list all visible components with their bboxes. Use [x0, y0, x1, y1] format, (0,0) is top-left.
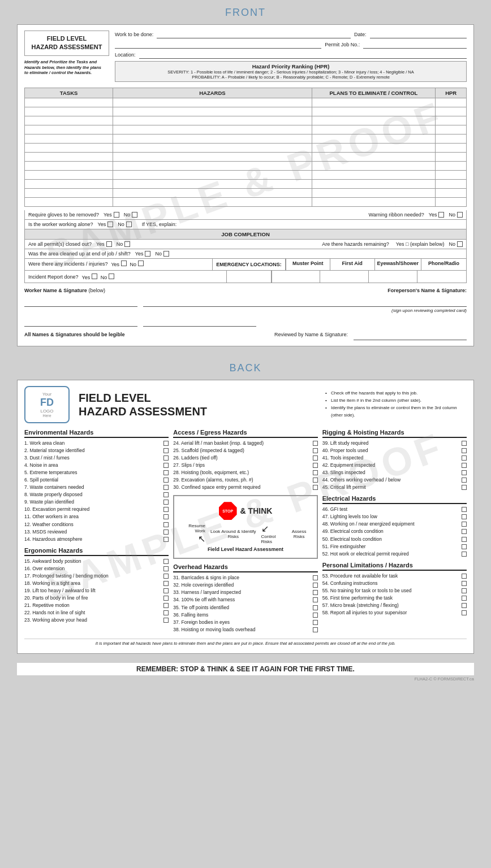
erg-cb-2[interactable]	[163, 566, 169, 571]
ovh-cb-3[interactable]	[313, 590, 318, 595]
gloves-no-cb[interactable]	[132, 212, 137, 218]
acc-cb-5[interactable]	[313, 470, 318, 475]
env-cb-8[interactable]	[163, 492, 169, 497]
erg-cb-3[interactable]	[163, 574, 169, 579]
hazards-no[interactable]: No	[449, 241, 463, 247]
alone-yes[interactable]: Yes	[98, 222, 114, 227]
area-yes-cb[interactable]	[145, 251, 150, 257]
ovh-cb-4[interactable]	[313, 597, 318, 602]
warning-yes[interactable]: Yes	[429, 212, 445, 218]
worker-sig-line-2[interactable]	[24, 315, 137, 327]
env-cb-10[interactable]	[163, 507, 169, 512]
env-cb-5[interactable]	[163, 470, 169, 475]
foreman-sig-line[interactable]	[143, 296, 467, 307]
elec-cb-4[interactable]	[462, 529, 467, 534]
per-cb-6[interactable]	[462, 610, 467, 615]
permit-field[interactable]	[363, 41, 467, 49]
ovh-cb-8[interactable]	[313, 627, 318, 632]
work-field2[interactable]	[115, 41, 321, 49]
hazards-no-cb[interactable]	[457, 241, 463, 247]
ir-yes-cb[interactable]	[92, 274, 97, 279]
env-cb-2[interactable]	[163, 448, 169, 453]
date-field[interactable]	[370, 31, 467, 38]
elec-cb-1[interactable]	[462, 507, 467, 512]
env-cb-13[interactable]	[163, 530, 169, 535]
first-aid-value[interactable]	[320, 271, 369, 283]
erg-cb-6[interactable]	[163, 596, 169, 601]
env-cb-7[interactable]	[163, 485, 169, 490]
gloves-no[interactable]: No	[124, 212, 138, 218]
warning-no[interactable]: No	[449, 212, 463, 218]
elec-cb-7[interactable]	[462, 552, 467, 557]
phone-value[interactable]	[417, 271, 466, 283]
per-cb-5[interactable]	[462, 603, 467, 608]
per-cb-3[interactable]	[462, 588, 467, 593]
worker-sig-line-1[interactable]	[24, 296, 137, 307]
permits-no-cb[interactable]	[124, 241, 130, 247]
rig-cb-7[interactable]	[462, 485, 467, 490]
rig-cb-4[interactable]	[462, 463, 467, 468]
acc-cb-6[interactable]	[313, 478, 318, 483]
erg-cb-9[interactable]	[163, 618, 169, 623]
erg-cb-5[interactable]	[163, 588, 169, 593]
per-cb-1[interactable]	[462, 574, 467, 579]
area-no[interactable]: No	[155, 251, 169, 257]
elec-cb-3[interactable]	[462, 522, 467, 527]
elec-cb-5[interactable]	[462, 537, 467, 542]
incidents-no[interactable]: No	[130, 261, 144, 267]
elec-cb-6[interactable]	[462, 544, 467, 549]
env-cb-4[interactable]	[163, 463, 169, 468]
env-cb-6[interactable]	[163, 478, 169, 483]
eyewash-value[interactable]	[369, 271, 417, 283]
gloves-yes-cb[interactable]	[114, 212, 119, 218]
incidents-yes-cb[interactable]	[121, 261, 127, 266]
rig-cb-3[interactable]	[462, 455, 467, 461]
muster-value[interactable]	[272, 271, 321, 283]
permits-no[interactable]: No	[117, 241, 131, 247]
ovh-cb-7[interactable]	[313, 620, 318, 625]
erg-cb-8[interactable]	[163, 610, 169, 615]
ovh-cb-2[interactable]	[313, 583, 318, 588]
rig-cb-1[interactable]	[462, 441, 467, 446]
permits-yes-cb[interactable]	[106, 241, 112, 247]
alone-yes-cb[interactable]	[107, 222, 113, 227]
acc-cb-3[interactable]	[313, 455, 318, 461]
ovh-cb-6[interactable]	[313, 613, 318, 618]
erg-cb-7[interactable]	[163, 603, 169, 608]
env-cb-9[interactable]	[163, 500, 169, 505]
reviewed-sig-line[interactable]	[354, 329, 467, 340]
env-cb-14[interactable]	[163, 537, 169, 542]
warning-no-cb[interactable]	[457, 212, 463, 218]
gloves-yes[interactable]: Yes	[104, 212, 119, 218]
incidents-no-cb[interactable]	[138, 261, 144, 266]
rig-cb-5[interactable]	[462, 470, 467, 475]
ir-no-cb[interactable]	[109, 274, 114, 279]
env-cb-3[interactable]	[163, 455, 169, 461]
env-cb-11[interactable]	[163, 514, 169, 519]
area-no-cb[interactable]	[163, 251, 169, 257]
acc-cb-1[interactable]	[313, 441, 318, 446]
acc-cb-2[interactable]	[313, 448, 318, 453]
acc-cb-4[interactable]	[313, 463, 318, 468]
incidents-yes[interactable]: Yes	[111, 261, 126, 267]
permits-yes[interactable]: Yes	[96, 241, 112, 247]
location-field[interactable]	[139, 51, 467, 59]
env-cb-12[interactable]	[163, 522, 169, 527]
worker-sig-line-3[interactable]	[143, 315, 256, 327]
per-cb-2[interactable]	[462, 581, 467, 586]
per-cb-4[interactable]	[462, 596, 467, 601]
rig-cb-6[interactable]	[462, 478, 467, 483]
ovh-cb-5[interactable]	[313, 605, 318, 610]
erg-cb-4[interactable]	[163, 581, 169, 586]
ir-no[interactable]: No	[101, 274, 114, 280]
alone-no[interactable]: No	[118, 222, 132, 227]
warning-yes-cb[interactable]	[438, 212, 444, 218]
ovh-cb-1[interactable]	[313, 575, 318, 580]
rig-cb-2[interactable]	[462, 448, 467, 453]
acc-cb-7[interactable]	[313, 485, 318, 490]
work-field[interactable]	[157, 31, 351, 38]
alone-no-cb[interactable]	[126, 222, 132, 227]
erg-cb-1[interactable]	[163, 559, 169, 564]
area-yes[interactable]: Yes	[135, 251, 151, 257]
ir-yes[interactable]: Yes	[82, 274, 97, 280]
